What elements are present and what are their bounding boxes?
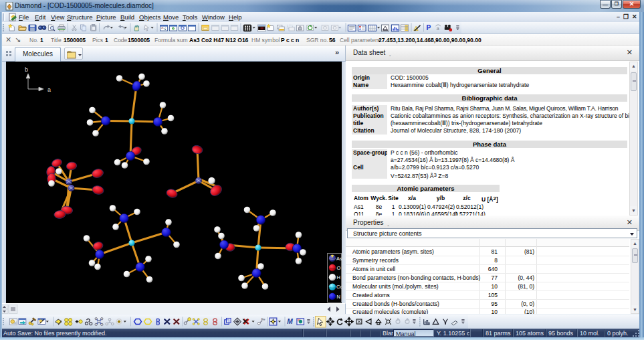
svg-text:As: As [336,256,342,262]
svg-text:a: a [437,26,439,31]
svg-text:a: a [47,86,51,93]
svg-text:N: N [337,294,340,300]
svg-text:P: P [427,24,431,31]
svg-text:b: b [25,66,28,73]
svg-text:Co: Co [336,284,342,290]
svg-text:Fe: Fe [261,317,265,321]
svg-text:M: M [287,318,293,325]
svg-text:H: H [337,274,340,280]
svg-text:O: O [337,265,341,271]
